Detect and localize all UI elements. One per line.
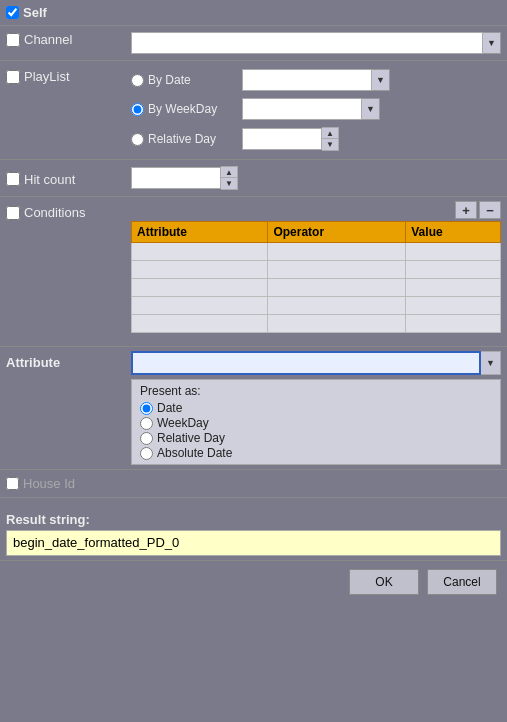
- by-weekday-input-wrap: Thursday ▼: [242, 98, 380, 120]
- attribute-section: Attribute begin_date_formatted ▼ Present…: [0, 347, 507, 470]
- col-attribute: Attribute: [132, 222, 268, 243]
- channel-input[interactable]: 1: [131, 32, 483, 54]
- result-string-title: Result string:: [6, 512, 501, 527]
- playlist-content: By Date 13/11/2013 ▼ By WeekDay Thursday…: [131, 65, 501, 155]
- col-operator: Operator: [268, 222, 406, 243]
- by-date-dropdown-btn[interactable]: ▼: [372, 69, 390, 91]
- channel-dropdown-wrap: 1 ▼: [131, 32, 501, 54]
- channel-label: Channel: [24, 32, 72, 47]
- option-relative-day[interactable]: Relative Day: [140, 431, 492, 445]
- relative-day-spinner-wrap: 1 ▲ ▼: [242, 127, 339, 151]
- channel-dropdown-btn[interactable]: ▼: [483, 32, 501, 54]
- hit-count-section: Hit count 1 ▲ ▼: [0, 160, 507, 197]
- hit-count-checkbox[interactable]: [6, 172, 20, 186]
- attribute-content: begin_date_formatted ▼ Present as: Date …: [131, 351, 501, 465]
- by-weekday-radio[interactable]: [131, 103, 144, 116]
- conditions-section: Conditions + − Attribute Operator Value: [0, 197, 507, 347]
- hit-count-input[interactable]: 1: [131, 167, 221, 189]
- ok-button[interactable]: OK: [349, 569, 419, 595]
- option-absolute-date[interactable]: Absolute Date: [140, 446, 492, 460]
- by-weekday-input[interactable]: Thursday: [242, 98, 362, 120]
- hit-count-spinner-btns: ▲ ▼: [221, 166, 238, 190]
- conditions-label-wrap: Conditions: [6, 201, 131, 220]
- present-as-options: Date WeekDay Relative Day Absolute Date: [140, 401, 492, 460]
- hit-count-label: Hit count: [24, 172, 75, 187]
- by-date-input[interactable]: 13/11/2013: [242, 69, 372, 91]
- option-weekday-radio[interactable]: [140, 417, 153, 430]
- relative-day-spinner-btns: ▲ ▼: [322, 127, 339, 151]
- cancel-button[interactable]: Cancel: [427, 569, 497, 595]
- playlist-section: PlayList By Date 13/11/2013 ▼ By WeekDay…: [0, 61, 507, 160]
- table-row: [132, 297, 501, 315]
- relative-day-down-btn[interactable]: ▼: [322, 139, 338, 150]
- present-as-box: Present as: Date WeekDay Relative Day: [131, 379, 501, 465]
- result-section: Result string: begin_date_formatted_PD_0: [0, 506, 507, 561]
- self-section: Self: [0, 0, 507, 26]
- by-weekday-dropdown-btn[interactable]: ▼: [362, 98, 380, 120]
- attribute-dropdown-btn[interactable]: ▼: [481, 351, 501, 375]
- hit-count-up-btn[interactable]: ▲: [221, 167, 237, 178]
- hit-count-content: 1 ▲ ▼: [131, 164, 501, 192]
- playlist-label-wrap: PlayList: [6, 65, 131, 84]
- relative-day-row: Relative Day 1 ▲ ▼: [131, 125, 501, 153]
- conditions-toolbar: + −: [131, 201, 501, 219]
- channel-label-wrap: Channel: [6, 30, 131, 47]
- conditions-table: Attribute Operator Value: [131, 221, 501, 333]
- conditions-add-btn[interactable]: +: [455, 201, 477, 219]
- conditions-checkbox[interactable]: [6, 206, 20, 220]
- table-row: [132, 315, 501, 333]
- conditions-remove-btn[interactable]: −: [479, 201, 501, 219]
- dialog: Self Channel 1 ▼ PlayList By Date: [0, 0, 507, 603]
- relative-day-radio[interactable]: [131, 133, 144, 146]
- hit-count-label-wrap: Hit count: [6, 170, 131, 187]
- by-date-row: By Date 13/11/2013 ▼: [131, 67, 501, 93]
- hit-count-down-btn[interactable]: ▼: [221, 178, 237, 189]
- option-absolute-date-label: Absolute Date: [157, 446, 232, 460]
- option-weekday[interactable]: WeekDay: [140, 416, 492, 430]
- channel-section: Channel 1 ▼: [0, 26, 507, 61]
- option-weekday-label: WeekDay: [157, 416, 209, 430]
- table-row: [132, 243, 501, 261]
- house-id-section: House Id: [0, 470, 507, 498]
- result-string-value: begin_date_formatted_PD_0: [6, 530, 501, 556]
- table-row: [132, 261, 501, 279]
- option-date-radio[interactable]: [140, 402, 153, 415]
- attribute-label: Attribute: [6, 351, 131, 370]
- by-date-input-wrap: 13/11/2013 ▼: [242, 69, 390, 91]
- col-value: Value: [406, 222, 501, 243]
- conditions-label: Conditions: [24, 205, 85, 220]
- option-absolute-date-radio[interactable]: [140, 447, 153, 460]
- house-id-checkbox[interactable]: [6, 477, 19, 490]
- by-date-radio[interactable]: [131, 74, 144, 87]
- self-text: Self: [23, 5, 47, 20]
- option-relative-day-radio[interactable]: [140, 432, 153, 445]
- present-as-title: Present as:: [140, 384, 492, 398]
- by-date-label: By Date: [148, 73, 238, 87]
- option-date-label: Date: [157, 401, 182, 415]
- by-weekday-row: By WeekDay Thursday ▼: [131, 96, 501, 122]
- option-relative-day-label: Relative Day: [157, 431, 225, 445]
- relative-day-up-btn[interactable]: ▲: [322, 128, 338, 139]
- spacer: [0, 498, 507, 506]
- channel-content: 1 ▼: [131, 30, 501, 56]
- attribute-dropdown-wrap: begin_date_formatted ▼: [131, 351, 501, 375]
- relative-day-input[interactable]: 1: [242, 128, 322, 150]
- hit-count-spinner-wrap: 1 ▲ ▼: [131, 166, 501, 190]
- channel-checkbox[interactable]: [6, 33, 20, 47]
- playlist-label: PlayList: [24, 69, 70, 84]
- conditions-content: + − Attribute Operator Value: [131, 201, 501, 333]
- playlist-checkbox[interactable]: [6, 70, 20, 84]
- relative-day-label: Relative Day: [148, 132, 238, 146]
- self-checkbox[interactable]: [6, 6, 19, 19]
- house-id-label: House Id: [23, 476, 75, 491]
- table-row: [132, 279, 501, 297]
- house-id-label-wrap[interactable]: House Id: [6, 476, 75, 491]
- option-date[interactable]: Date: [140, 401, 492, 415]
- button-row: OK Cancel: [0, 561, 507, 603]
- by-weekday-label: By WeekDay: [148, 102, 238, 116]
- self-label[interactable]: Self: [6, 5, 501, 20]
- attribute-input[interactable]: begin_date_formatted: [131, 351, 481, 375]
